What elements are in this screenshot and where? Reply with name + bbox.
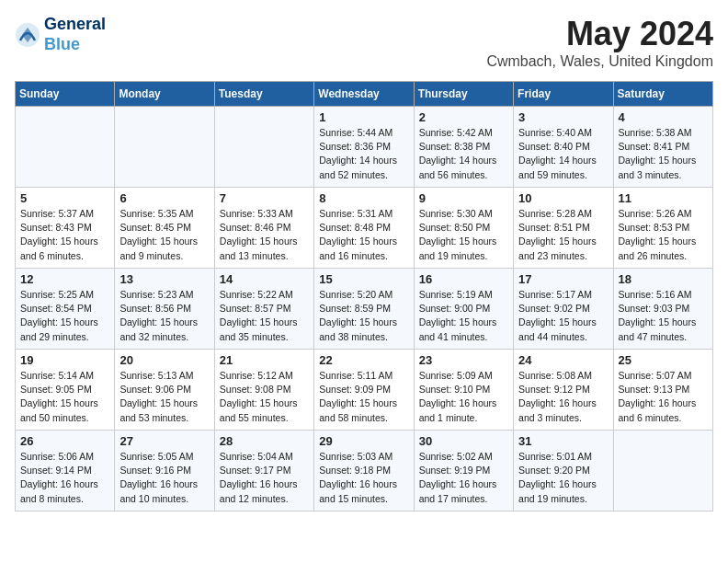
calendar-week-row: 5Sunrise: 5:37 AMSunset: 8:43 PMDaylight… [16, 188, 713, 269]
day-number: 26 [20, 434, 109, 448]
logo-icon [15, 22, 40, 48]
calendar-cell: 16Sunrise: 5:19 AMSunset: 9:00 PMDayligh… [414, 269, 513, 350]
calendar-cell: 26Sunrise: 5:06 AMSunset: 9:14 PMDayligh… [16, 431, 115, 511]
cell-content: Sunrise: 5:09 AMSunset: 9:10 PMDaylight:… [419, 369, 508, 425]
calendar-cell: 10Sunrise: 5:28 AMSunset: 8:51 PMDayligh… [514, 188, 613, 269]
cell-content: Sunrise: 5:08 AMSunset: 9:12 PMDaylight:… [518, 369, 608, 425]
calendar-table: SundayMondayTuesdayWednesdayThursdayFrid… [15, 81, 713, 511]
calendar-cell: 15Sunrise: 5:20 AMSunset: 8:59 PMDayligh… [314, 269, 414, 350]
cell-content: Sunrise: 5:14 AMSunset: 9:05 PMDaylight:… [20, 369, 109, 425]
cell-content: Sunrise: 5:17 AMSunset: 9:02 PMDaylight:… [518, 288, 608, 344]
weekday-header-cell: Sunday [16, 82, 115, 107]
cell-content: Sunrise: 5:11 AMSunset: 9:09 PMDaylight:… [319, 369, 408, 425]
calendar-cell: 25Sunrise: 5:07 AMSunset: 9:13 PMDayligh… [613, 350, 712, 431]
weekday-header-cell: Thursday [414, 82, 513, 107]
cell-content: Sunrise: 5:12 AMSunset: 9:08 PMDaylight:… [220, 369, 309, 425]
day-number: 8 [319, 191, 408, 205]
day-number: 18 [619, 272, 708, 286]
weekday-header-cell: Wednesday [314, 82, 414, 107]
calendar-cell: 28Sunrise: 5:04 AMSunset: 9:17 PMDayligh… [214, 431, 313, 511]
day-number: 15 [319, 272, 408, 286]
day-number: 23 [419, 353, 508, 367]
day-number: 3 [518, 110, 608, 124]
calendar-cell: 30Sunrise: 5:02 AMSunset: 9:19 PMDayligh… [414, 431, 513, 511]
cell-content: Sunrise: 5:33 AMSunset: 8:46 PMDaylight:… [220, 207, 309, 263]
calendar-cell: 13Sunrise: 5:23 AMSunset: 8:56 PMDayligh… [115, 269, 214, 350]
day-number: 20 [119, 353, 209, 367]
cell-content: Sunrise: 5:20 AMSunset: 8:59 PMDaylight:… [319, 288, 408, 344]
page-header: General Blue May 2024 Cwmbach, Wales, Un… [15, 15, 713, 70]
calendar-cell: 3Sunrise: 5:40 AMSunset: 8:40 PMDaylight… [514, 107, 613, 188]
cell-content: Sunrise: 5:01 AMSunset: 9:20 PMDaylight:… [518, 450, 608, 506]
cell-content: Sunrise: 5:40 AMSunset: 8:40 PMDaylight:… [518, 126, 608, 182]
cell-content: Sunrise: 5:26 AMSunset: 8:53 PMDaylight:… [619, 207, 708, 263]
calendar-cell: 19Sunrise: 5:14 AMSunset: 9:05 PMDayligh… [16, 350, 115, 431]
cell-content: Sunrise: 5:38 AMSunset: 8:41 PMDaylight:… [619, 126, 708, 182]
calendar-cell: 27Sunrise: 5:05 AMSunset: 9:16 PMDayligh… [115, 431, 214, 511]
logo-text: General Blue [44, 15, 106, 54]
month-title: May 2024 [486, 15, 713, 53]
cell-content: Sunrise: 5:16 AMSunset: 9:03 PMDaylight:… [619, 288, 708, 344]
cell-content: Sunrise: 5:44 AMSunset: 8:36 PMDaylight:… [319, 126, 408, 182]
day-number: 19 [20, 353, 109, 367]
calendar-cell: 17Sunrise: 5:17 AMSunset: 9:02 PMDayligh… [514, 269, 613, 350]
cell-content: Sunrise: 5:05 AMSunset: 9:16 PMDaylight:… [119, 450, 209, 506]
calendar-cell: 9Sunrise: 5:30 AMSunset: 8:50 PMDaylight… [414, 188, 513, 269]
calendar-cell: 23Sunrise: 5:09 AMSunset: 9:10 PMDayligh… [414, 350, 513, 431]
calendar-cell: 24Sunrise: 5:08 AMSunset: 9:12 PMDayligh… [514, 350, 613, 431]
calendar-cell: 22Sunrise: 5:11 AMSunset: 9:09 PMDayligh… [314, 350, 414, 431]
calendar-cell: 29Sunrise: 5:03 AMSunset: 9:18 PMDayligh… [314, 431, 414, 511]
day-number: 12 [20, 272, 109, 286]
weekday-header-cell: Friday [514, 82, 613, 107]
day-number: 11 [619, 191, 708, 205]
location: Cwmbach, Wales, United Kingdom [486, 53, 713, 70]
calendar-cell [16, 107, 115, 188]
weekday-header-cell: Monday [115, 82, 214, 107]
cell-content: Sunrise: 5:19 AMSunset: 9:00 PMDaylight:… [419, 288, 508, 344]
day-number: 25 [619, 353, 708, 367]
logo-line2: Blue [44, 35, 106, 55]
cell-content: Sunrise: 5:04 AMSunset: 9:17 PMDaylight:… [220, 450, 309, 506]
calendar-cell: 20Sunrise: 5:13 AMSunset: 9:06 PMDayligh… [115, 350, 214, 431]
calendar-cell: 31Sunrise: 5:01 AMSunset: 9:20 PMDayligh… [514, 431, 613, 511]
cell-content: Sunrise: 5:02 AMSunset: 9:19 PMDaylight:… [419, 450, 508, 506]
logo: General Blue [15, 15, 106, 54]
day-number: 2 [419, 110, 508, 124]
calendar-cell: 14Sunrise: 5:22 AMSunset: 8:57 PMDayligh… [214, 269, 313, 350]
logo-line1: General [44, 15, 106, 35]
calendar-cell: 1Sunrise: 5:44 AMSunset: 8:36 PMDaylight… [314, 107, 414, 188]
day-number: 1 [319, 110, 408, 124]
cell-content: Sunrise: 5:03 AMSunset: 9:18 PMDaylight:… [319, 450, 408, 506]
day-number: 13 [119, 272, 209, 286]
calendar-week-row: 26Sunrise: 5:06 AMSunset: 9:14 PMDayligh… [16, 431, 713, 511]
day-number: 30 [419, 434, 508, 448]
calendar-cell [613, 431, 712, 511]
calendar-cell: 6Sunrise: 5:35 AMSunset: 8:45 PMDaylight… [115, 188, 214, 269]
calendar-body: 1Sunrise: 5:44 AMSunset: 8:36 PMDaylight… [16, 107, 713, 511]
title-block: May 2024 Cwmbach, Wales, United Kingdom [486, 15, 713, 70]
calendar-cell: 12Sunrise: 5:25 AMSunset: 8:54 PMDayligh… [16, 269, 115, 350]
calendar-cell [214, 107, 313, 188]
day-number: 4 [619, 110, 708, 124]
day-number: 9 [419, 191, 508, 205]
day-number: 29 [319, 434, 408, 448]
day-number: 17 [518, 272, 608, 286]
calendar-week-row: 12Sunrise: 5:25 AMSunset: 8:54 PMDayligh… [16, 269, 713, 350]
day-number: 24 [518, 353, 608, 367]
day-number: 14 [220, 272, 309, 286]
day-number: 21 [220, 353, 309, 367]
calendar-cell: 18Sunrise: 5:16 AMSunset: 9:03 PMDayligh… [613, 269, 712, 350]
calendar-cell [115, 107, 214, 188]
cell-content: Sunrise: 5:37 AMSunset: 8:43 PMDaylight:… [20, 207, 109, 263]
cell-content: Sunrise: 5:22 AMSunset: 8:57 PMDaylight:… [220, 288, 309, 344]
day-number: 5 [20, 191, 109, 205]
cell-content: Sunrise: 5:31 AMSunset: 8:48 PMDaylight:… [319, 207, 408, 263]
day-number: 16 [419, 272, 508, 286]
day-number: 31 [518, 434, 608, 448]
calendar-cell: 5Sunrise: 5:37 AMSunset: 8:43 PMDaylight… [16, 188, 115, 269]
calendar-cell: 7Sunrise: 5:33 AMSunset: 8:46 PMDaylight… [214, 188, 313, 269]
day-number: 27 [119, 434, 209, 448]
cell-content: Sunrise: 5:28 AMSunset: 8:51 PMDaylight:… [518, 207, 608, 263]
cell-content: Sunrise: 5:07 AMSunset: 9:13 PMDaylight:… [619, 369, 708, 425]
calendar-cell: 8Sunrise: 5:31 AMSunset: 8:48 PMDaylight… [314, 188, 414, 269]
